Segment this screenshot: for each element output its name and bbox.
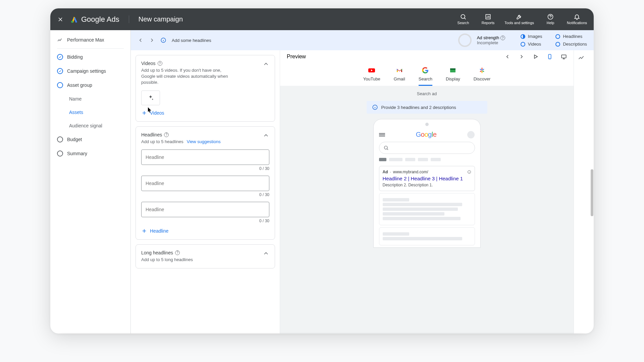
- svg-rect-6: [561, 55, 566, 58]
- tab-youtube[interactable]: YouTube: [363, 63, 380, 86]
- tools-action[interactable]: Tools and settings: [504, 13, 534, 25]
- check-images: Images: [521, 34, 542, 39]
- avatar: [467, 131, 475, 138]
- phone-preview: Google Ad·www.mybrand.com/ Headline 2 | …: [373, 119, 481, 248]
- result-skeleton: [379, 227, 475, 245]
- sidebar: Performance Max Bidding Campaign setting…: [50, 30, 131, 334]
- svg-point-0: [71, 21, 73, 23]
- product-name: Google Ads: [81, 15, 119, 24]
- ads-logo-icon: [70, 15, 78, 23]
- help-icon[interactable]: ?: [500, 36, 505, 40]
- sidebar-item-budget[interactable]: Budget: [50, 132, 130, 146]
- video-thumbnail[interactable]: [141, 90, 160, 105]
- page-title: New campaign: [129, 15, 183, 23]
- info-icon: [372, 104, 378, 110]
- app-topbar: Google Ads New campaign Search Reports T…: [50, 8, 594, 30]
- youtube-icon: [368, 66, 376, 74]
- hamburger-icon: [379, 132, 385, 137]
- ad-headline: Headline 2 | Headline 3 | Headline 1: [383, 176, 471, 181]
- headline-input-1[interactable]: [141, 149, 269, 165]
- reports-action[interactable]: Reports: [480, 13, 496, 25]
- gmail-icon: [395, 66, 404, 74]
- counter-1: 0 / 30: [141, 166, 269, 171]
- collapse-icon[interactable]: [263, 132, 269, 140]
- mobile-icon[interactable]: [547, 54, 553, 60]
- check-descriptions: Descriptions: [555, 42, 587, 47]
- next-tip-icon[interactable]: [149, 37, 155, 43]
- tab-discover[interactable]: Discover: [474, 63, 491, 86]
- play-icon[interactable]: [533, 54, 539, 60]
- help-icon[interactable]: ?: [158, 61, 162, 66]
- preview-panel: Preview YouTube Gmail Search Display Dis…: [280, 50, 574, 334]
- search-icon: [383, 145, 389, 150]
- view-suggestions-link[interactable]: View suggestions: [187, 139, 221, 144]
- search-box: [379, 142, 475, 154]
- strength-label: Ad strength ? Incomplete: [477, 35, 505, 46]
- videos-title: Videos?: [141, 61, 228, 66]
- step-pending-icon: [57, 150, 63, 157]
- sparkle-icon: [147, 95, 154, 101]
- reports-icon: [485, 13, 491, 20]
- sidebar-sub-name[interactable]: Name: [50, 92, 130, 106]
- help-icon[interactable]: ?: [164, 132, 169, 137]
- ad-type-label: Search ad: [285, 91, 568, 96]
- prev-tip-icon[interactable]: [138, 37, 144, 43]
- headlines-desc: Add up to 5 headlinesView suggestions: [141, 139, 221, 145]
- long-headlines-card: Long headlines? Add up to 5 long headlin…: [136, 244, 275, 268]
- check-icon: [57, 68, 63, 74]
- scrollbar-thumb[interactable]: [591, 169, 593, 216]
- check-headlines: Headlines: [555, 34, 587, 39]
- tab-display[interactable]: Display: [446, 63, 460, 86]
- editor-panel: Videos? Add up to 5 videos. If you don't…: [131, 50, 280, 334]
- step-current-icon: [57, 82, 63, 88]
- wrench-icon: [516, 13, 523, 20]
- videos-card: Videos? Add up to 5 videos. If you don't…: [136, 55, 275, 122]
- sidebar-item-summary[interactable]: Summary: [50, 146, 130, 161]
- step-pending-icon: [57, 136, 63, 142]
- headlines-title: Headlines?: [141, 132, 221, 137]
- sidebar-item-bidding[interactable]: Bidding: [50, 50, 130, 64]
- close-icon[interactable]: [57, 16, 64, 23]
- collapse-icon[interactable]: [263, 61, 269, 69]
- trend-icon[interactable]: [578, 54, 585, 61]
- help-action[interactable]: Help: [542, 13, 559, 25]
- desktop-icon[interactable]: [561, 54, 567, 60]
- svg-rect-9: [450, 68, 455, 70]
- google-icon: [421, 66, 429, 74]
- sidebar-sub-assets[interactable]: Assets: [50, 106, 130, 119]
- sparkline-icon: [57, 37, 63, 43]
- ad-description: Description 2. Description 1.: [383, 183, 471, 187]
- search-icon: [460, 13, 467, 20]
- search-action[interactable]: Search: [455, 13, 472, 25]
- check-videos: Videos: [521, 42, 542, 47]
- headline-input-2[interactable]: [141, 176, 269, 191]
- help-icon[interactable]: ?: [175, 250, 180, 255]
- headline-input-3[interactable]: [141, 202, 269, 217]
- preview-next-icon[interactable]: [519, 54, 525, 60]
- tab-search[interactable]: Search: [419, 63, 432, 86]
- product-logo: Google Ads: [70, 15, 119, 24]
- sidebar-item-campaign-settings[interactable]: Campaign settings: [50, 64, 130, 78]
- long-headlines-title: Long headlines?: [141, 250, 193, 255]
- ad-url: www.mybrand.com/: [393, 170, 428, 174]
- sidebar-item-asset-group[interactable]: Asset group: [50, 78, 130, 92]
- add-videos-button[interactable]: Videos: [141, 110, 269, 116]
- sidebar-campaign-type[interactable]: Performance Max: [50, 33, 130, 47]
- preview-title: Preview: [287, 54, 306, 60]
- tab-gmail[interactable]: Gmail: [394, 63, 405, 86]
- svg-point-1: [461, 14, 465, 18]
- cursor-icon: [148, 107, 152, 111]
- ad-badge: Ad: [383, 170, 388, 174]
- svg-point-11: [384, 146, 387, 149]
- ad-strength-bar: Add some headlines Ad strength ? Incompl…: [131, 30, 594, 50]
- add-headline-button[interactable]: Headline: [141, 228, 269, 234]
- sidebar-sub-audience[interactable]: Audience signal: [50, 119, 130, 132]
- bell-icon: [574, 13, 580, 20]
- info-icon: [160, 37, 166, 43]
- help-icon: [547, 13, 554, 20]
- collapse-icon[interactable]: [263, 250, 269, 258]
- headlines-card: Headlines? Add up to 5 headlinesView sug…: [136, 126, 275, 240]
- preview-prev-icon[interactable]: [504, 54, 511, 60]
- notifications-action[interactable]: Notifications: [567, 13, 587, 25]
- ad-preview-card: Ad·www.mybrand.com/ Headline 2 | Headlin…: [379, 166, 475, 191]
